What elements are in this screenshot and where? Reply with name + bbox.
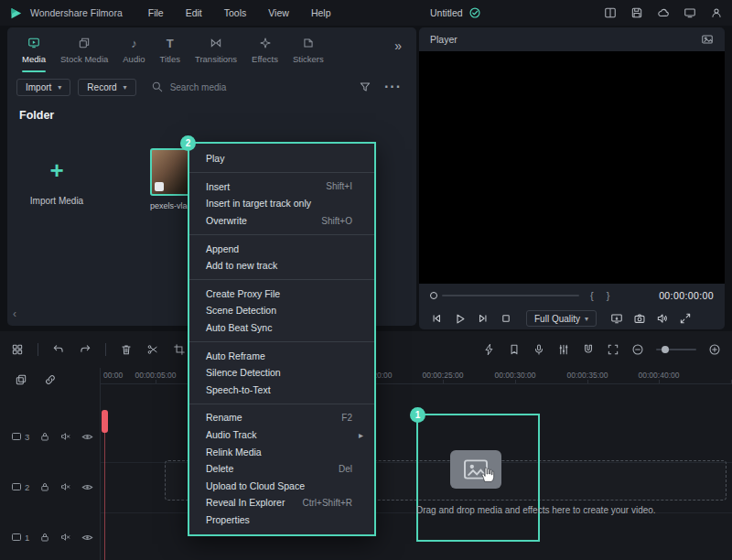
import-media-tile[interactable]: + Import Media (26, 150, 88, 206)
audio-mixer-icon[interactable] (557, 343, 570, 356)
mute-track-icon[interactable] (60, 481, 71, 492)
cloud-icon[interactable] (657, 6, 670, 19)
zoom-out-button[interactable] (631, 343, 644, 356)
layout-icon[interactable] (604, 6, 617, 19)
split-scissors-button[interactable] (146, 343, 159, 356)
project-name[interactable]: Untitled (430, 7, 463, 18)
volume-icon[interactable] (656, 312, 669, 325)
lock-track-icon[interactable] (39, 481, 50, 492)
media-tab-icon (27, 36, 40, 50)
zoom-fit-icon[interactable] (607, 343, 619, 356)
menu-item-audio-track[interactable]: Audio Track▸ (189, 426, 374, 444)
menu-view[interactable]: View (268, 7, 289, 18)
menu-item-scene-detection[interactable]: Scene Detection (189, 302, 374, 319)
delete-button[interactable] (120, 343, 133, 356)
save-icon[interactable] (630, 6, 643, 19)
menu-item-upload-to-cloud[interactable]: Upload to Cloud Space (189, 478, 374, 495)
menu-file[interactable]: File (148, 7, 164, 18)
zoom-slider[interactable] (656, 349, 696, 350)
player-controls: Full Quality ▾ (419, 307, 725, 329)
second-display-icon[interactable] (610, 312, 623, 325)
menu-item-auto-beat-sync[interactable]: Auto Beat Sync (189, 319, 374, 337)
menu-item-auto-reframe[interactable]: Auto Reframe (189, 347, 374, 364)
marker-icon[interactable] (508, 343, 521, 356)
search-input[interactable] (170, 82, 307, 92)
menu-item-label: Create Proxy File (206, 288, 280, 299)
menu-item-properties[interactable]: Properties (189, 512, 374, 529)
tabs-expand-icon[interactable]: » (394, 38, 402, 53)
crop-button[interactable] (173, 343, 186, 356)
panel-collapse-icon[interactable]: ‹ (13, 307, 16, 320)
snap-magnet-icon[interactable] (582, 343, 595, 356)
redo-button[interactable] (79, 343, 92, 356)
menu-item-shortcut: Shift+I (326, 181, 365, 191)
ruler-tick: 00:00:05:00 (135, 371, 177, 380)
menu-item-play[interactable]: Play (189, 150, 374, 167)
menu-help[interactable]: Help (311, 7, 331, 18)
mute-track-icon[interactable] (60, 532, 71, 543)
import-button[interactable]: Import ▾ (16, 79, 70, 96)
menu-item-relink-media[interactable]: Relink Media (189, 443, 374, 460)
undo-button[interactable] (52, 343, 65, 356)
toolbox-icon[interactable] (11, 343, 24, 356)
hide-track-icon[interactable] (81, 532, 93, 544)
stop-button[interactable] (500, 312, 512, 325)
player-mode-icon[interactable] (701, 33, 714, 46)
account-icon[interactable] (710, 6, 723, 19)
menu-item-append[interactable]: Append (189, 240, 374, 257)
quality-selector[interactable]: Full Quality ▾ (526, 310, 597, 327)
titles-tab-icon: T (167, 36, 174, 50)
snapshot-icon[interactable] (633, 312, 646, 325)
tab-effects-label: Effects (252, 54, 278, 64)
lock-track-icon[interactable] (39, 532, 50, 543)
filter-icon[interactable] (359, 81, 371, 93)
menu-tools[interactable]: Tools (224, 7, 247, 18)
seek-handle[interactable] (430, 292, 437, 299)
manage-tracks-icon[interactable] (15, 373, 27, 386)
mark-out-button[interactable]: } (607, 290, 610, 301)
menu-item-rename[interactable]: RenameF2 (189, 409, 374, 426)
mark-in-button[interactable]: { (590, 290, 594, 301)
menu-item-add-to-new-track[interactable]: Add to new track (189, 257, 374, 275)
menu-item-delete[interactable]: DeleteDel (189, 460, 374, 478)
menu-item-insert-target-track[interactable]: Insert in target track only (189, 195, 374, 212)
hide-track-icon[interactable] (81, 481, 93, 493)
play-button[interactable] (453, 312, 467, 326)
playhead-handle[interactable] (102, 410, 108, 433)
next-frame-button[interactable] (477, 312, 490, 325)
menu-item-create-proxy-file[interactable]: Create Proxy File (189, 285, 374, 303)
menu-item-label: Properties (206, 514, 250, 525)
fullscreen-icon[interactable] (679, 312, 692, 325)
tab-transitions[interactable]: Transitions (188, 36, 244, 64)
menu-item-insert[interactable]: InsertShift+I (189, 178, 374, 196)
lock-track-icon[interactable] (39, 431, 50, 442)
menu-item-silence-detection[interactable]: Silence Detection (189, 364, 374, 382)
more-icon[interactable]: ··· (384, 79, 402, 95)
menu-item-overwrite[interactable]: OverwriteShift+O (189, 212, 374, 230)
seek-bar[interactable] (442, 295, 579, 296)
cast-icon[interactable] (684, 6, 696, 19)
record-button[interactable]: Record ▾ (78, 79, 135, 96)
tab-stock-media[interactable]: Stock Media (53, 36, 115, 64)
render-preview-icon[interactable] (483, 343, 496, 356)
filmora-logo-icon (9, 6, 23, 20)
media-tabs: Media Stock Media ♪ Audio T Titles Trans… (7, 27, 416, 71)
menu-item-reveal-in-explorer[interactable]: Reveal In ExplorerCtrl+Shift+R (189, 494, 374, 512)
titlebar: Wondershare Filmora File Edit Tools View… (0, 0, 732, 26)
voiceover-mic-icon[interactable] (533, 343, 545, 356)
tab-effects[interactable]: Effects (244, 36, 285, 64)
menu-item-speech-to-text[interactable]: Speech-to-Text (189, 382, 374, 399)
zoom-slider-knob[interactable] (662, 346, 669, 353)
tab-audio[interactable]: ♪ Audio (115, 36, 152, 64)
tab-stickers[interactable]: Stickers (285, 36, 331, 64)
tab-stock-media-label: Stock Media (60, 54, 108, 64)
previous-frame-button[interactable] (430, 312, 443, 325)
mute-track-icon[interactable] (60, 431, 71, 442)
link-clips-icon[interactable] (44, 373, 57, 386)
zoom-in-button[interactable] (708, 343, 721, 356)
hide-track-icon[interactable] (81, 431, 93, 443)
tab-media[interactable]: Media (15, 36, 53, 72)
menu-item-shortcut: Del (339, 464, 365, 474)
tab-titles[interactable]: T Titles (153, 36, 188, 64)
menu-edit[interactable]: Edit (186, 7, 202, 18)
